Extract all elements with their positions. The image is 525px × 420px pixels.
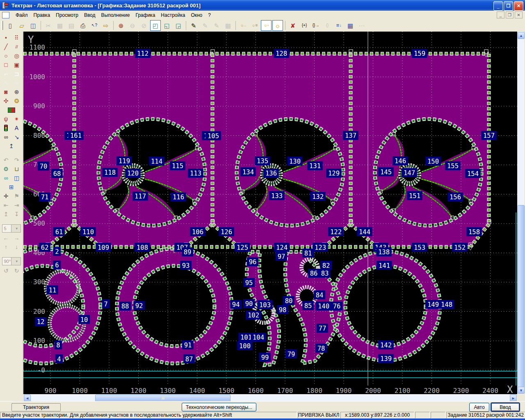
trajectory-label[interactable]: 134 [240,167,256,176]
trajectory-label[interactable]: 145 [378,167,394,176]
goto-arrow-icon[interactable]: ↘ [12,132,22,142]
menu-Правка[interactable]: Правка [31,11,53,19]
trajectory-label[interactable]: 84 [314,290,325,299]
lamp-on-icon[interactable]: ☼ [272,20,283,31]
direction-flag-icon[interactable] [7,105,16,114]
trajectory-label[interactable]: 135 [255,156,270,165]
list-sort-icon[interactable]: ≣↓ [333,20,344,31]
contour-curve-icon[interactable]: ∿ [1,78,11,87]
view-iso-icon[interactable]: ◰ [150,20,161,31]
trajectory-label[interactable]: 76 [331,301,342,310]
trajectory-label[interactable]: 128 [274,49,289,58]
delete-text-icon[interactable]: ✘ [288,20,298,31]
trajectory-label[interactable]: 148 [439,300,454,309]
auto-button[interactable]: Авто [469,403,489,412]
zoom-all-icon[interactable]: ⊕ [116,20,126,31]
scroll-up-button[interactable]: ▲ [518,32,525,39]
trajectory-label[interactable]: 115 [170,161,185,170]
child-restore-button[interactable]: ❐ [506,11,514,18]
angle-select[interactable]: 90°▼ [2,257,21,265]
trajectory-label[interactable]: 139 [378,354,394,363]
trajectory-label[interactable]: 144 [357,227,372,236]
trajectory-label[interactable]: 149 [425,300,441,309]
menu-Просмотр[interactable]: Просмотр [53,11,81,19]
view-image-icon[interactable]: ▦ [345,20,356,31]
pan-hand-icon[interactable]: ✛ [1,192,11,201]
flame-cut-icon[interactable]: ✴ [12,114,22,123]
trajectory-label[interactable]: 138 [376,247,392,256]
add-parts-icon[interactable]: ⊞ [7,183,16,192]
open-file-icon[interactable]: ▱ [16,20,27,31]
trajectory-label[interactable]: 102 [246,310,261,320]
trajectory-label[interactable]: 118 [102,168,118,177]
gear-settings-icon[interactable]: ⚙ [1,164,11,173]
trajectory-label[interactable]: 137 [343,131,358,140]
snap-left-icon[interactable]: ⇤ [1,201,11,210]
fork-tool-icon[interactable]: ψ [1,114,11,123]
beam-part-icon[interactable]: ◫ [12,173,22,183]
circle-group-icon[interactable]: ⊛ [12,87,22,96]
move-left-icon[interactable]: ← [1,233,11,242]
trajectory-label[interactable]: 123 [313,243,328,252]
snap-down-icon[interactable]: ↧ [12,210,22,219]
trajectory-label[interactable]: 94 [230,300,242,309]
trajectory-button[interactable]: Траектория [11,403,61,411]
trajectory-label[interactable]: 157 [481,131,497,140]
close-button[interactable]: ✕ [514,1,523,11]
document-icon[interactable] [2,12,9,18]
child-close-button[interactable]: ✕ [515,11,523,18]
rotate-ccw-icon[interactable]: ↺ [1,266,11,275]
pen-3-icon[interactable]: ✎ [211,20,222,31]
trajectory-label[interactable]: 140 [316,301,331,310]
scroll-down-button[interactable]: ▼ [518,387,525,394]
trajectory-label[interactable]: 142 [378,340,394,349]
pen-draw-icon[interactable]: ✎ [188,20,199,31]
trajectory-label[interactable]: 91 [182,340,194,349]
trajectory-label[interactable]: 120 [125,169,141,178]
new-file-icon[interactable]: ▯ [5,20,16,31]
trajectory-label[interactable]: 77 [317,324,328,333]
horizontal-scrollbar[interactable]: ◄ ► [23,394,517,401]
toolbar-grip[interactable] [1,21,3,30]
step-select[interactable]: 5▼ [2,224,21,233]
cut-icon[interactable]: ✂ [43,20,54,31]
trajectory-label[interactable]: 86 [308,269,320,278]
trajectory-label[interactable]: 90 [243,299,255,308]
point-grid-icon[interactable]: ⠿ [12,33,22,42]
trajectory-label[interactable]: 119 [116,156,132,165]
trajectory-label[interactable]: 99 [259,353,271,362]
chevron-down-icon[interactable]: ▼ [11,225,21,232]
import-page-icon[interactable]: ↥ [7,142,16,151]
punch-circles-icon[interactable]: ∞ [1,173,11,183]
trajectory-label[interactable]: 100 [237,341,253,350]
vertical-scroll-thumb[interactable] [518,205,525,388]
brace-arrow-icon[interactable]: {}→ [310,20,321,31]
trajectory-label[interactable]: 109 [96,243,111,252]
trajectory-label[interactable]: 68 [51,169,63,178]
minimize-button[interactable]: _ [493,1,503,11]
trajectory-label[interactable]: 82 [320,261,332,270]
pen-grid-icon[interactable]: ▦ [223,20,233,31]
misc-icon[interactable]: ⋯ [356,20,367,31]
trajectory-label[interactable]: 126 [219,227,234,236]
trajectory-label[interactable]: 104 [251,333,266,342]
redo-icon[interactable]: ↷ [12,155,22,164]
trajectory-label[interactable]: 98 [277,305,288,314]
horizontal-scroll-thumb[interactable] [95,395,231,402]
trajectory-label[interactable]: 95 [243,278,255,287]
trajectory-label[interactable]: 154 [465,169,481,178]
trajectory-label[interactable]: 11 [47,285,58,294]
trajectory-label[interactable]: 103 [257,300,273,309]
trajectory-label[interactable]: 62 [39,243,50,252]
trajectory-label[interactable]: 133 [269,191,285,200]
lamp-list-icon[interactable]: ☼≡ [249,20,260,31]
brace-add-icon[interactable]: {+} [299,20,310,31]
trajectory-label[interactable]: 4 [55,354,63,363]
trajectory-label[interactable]: 113 [188,169,203,178]
trajectory-label[interactable]: 129 [326,169,342,178]
trajectory-label[interactable]: 125 [235,243,250,252]
chevron-down-icon[interactable]: ▼ [11,258,21,265]
circle-icon[interactable]: ○ [1,51,11,60]
brace-gray-icon[interactable]: {} [322,20,333,31]
trajectory-label[interactable]: 130 [287,157,303,166]
